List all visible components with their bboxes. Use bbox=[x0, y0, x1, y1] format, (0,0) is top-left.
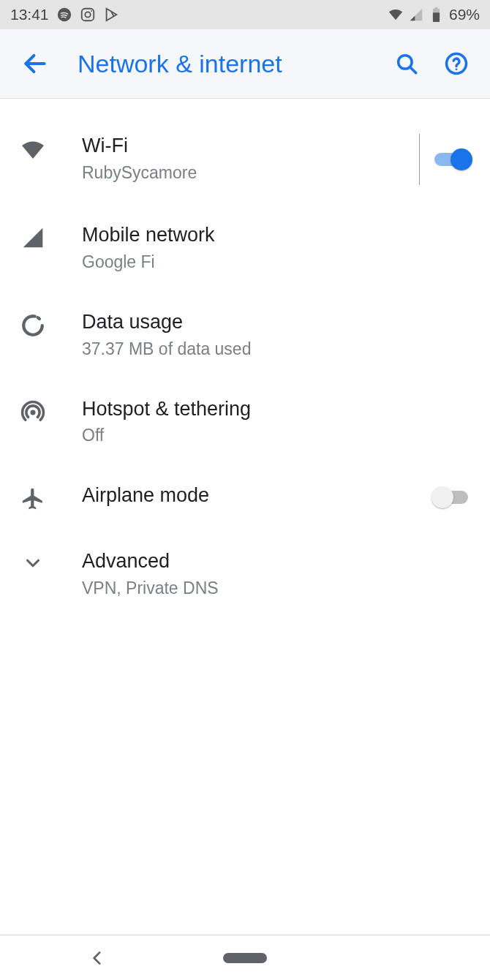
svg-rect-1 bbox=[81, 9, 94, 21]
mobile-subtitle: Google Fi bbox=[82, 252, 472, 272]
svg-rect-5 bbox=[435, 7, 438, 10]
app-bar-actions bbox=[392, 49, 471, 78]
help-button[interactable] bbox=[442, 49, 471, 78]
advanced-title: Advanced bbox=[82, 549, 472, 574]
airplane-icon bbox=[15, 486, 51, 511]
svg-point-10 bbox=[30, 410, 35, 415]
play-store-icon bbox=[103, 7, 119, 23]
hotspot-row[interactable]: Hotspot & tethering Off bbox=[0, 378, 490, 465]
wifi-title: Wi-Fi bbox=[82, 134, 413, 159]
data-usage-row[interactable]: Data usage 37.37 MB of data used bbox=[0, 291, 490, 378]
data-title: Data usage bbox=[82, 310, 472, 335]
status-right: 69% bbox=[388, 6, 480, 23]
back-button[interactable] bbox=[13, 42, 57, 86]
wifi-status-icon bbox=[388, 7, 404, 23]
status-left: 13:41 bbox=[10, 6, 119, 23]
wifi-subtitle: RubySycamore bbox=[82, 163, 413, 183]
data-subtitle: 37.37 MB of data used bbox=[82, 339, 472, 359]
page-title: Network & internet bbox=[57, 50, 392, 78]
spotify-icon bbox=[56, 7, 72, 23]
hotspot-subtitle: Off bbox=[82, 426, 472, 445]
battery-icon bbox=[429, 7, 445, 23]
status-bar: 13:41 69% bbox=[0, 0, 490, 29]
system-nav-bar bbox=[0, 935, 490, 980]
nav-home-pill[interactable] bbox=[223, 953, 267, 963]
data-usage-icon bbox=[15, 313, 51, 338]
svg-point-2 bbox=[85, 12, 90, 17]
airplane-row[interactable]: Airplane mode bbox=[0, 464, 490, 530]
svg-rect-6 bbox=[433, 12, 440, 22]
advanced-row[interactable]: Advanced VPN, Private DNS bbox=[0, 530, 490, 617]
mobile-title: Mobile network bbox=[82, 223, 472, 248]
nav-back-button[interactable] bbox=[88, 949, 107, 968]
advanced-subtitle: VPN, Private DNS bbox=[82, 578, 472, 598]
hotspot-title: Hotspot & tethering bbox=[82, 397, 472, 422]
cell-signal-icon bbox=[408, 7, 424, 23]
mobile-network-row[interactable]: Mobile network Google Fi bbox=[0, 204, 490, 291]
svg-point-9 bbox=[456, 68, 458, 70]
svg-point-3 bbox=[91, 10, 92, 12]
airplane-title: Airplane mode bbox=[82, 483, 434, 508]
wifi-toggle[interactable] bbox=[434, 148, 472, 170]
wifi-row[interactable]: Wi-Fi RubySycamore bbox=[0, 115, 490, 204]
hotspot-icon bbox=[15, 400, 51, 425]
battery-percentage: 69% bbox=[449, 6, 480, 23]
divider bbox=[419, 134, 420, 185]
wifi-icon bbox=[15, 137, 51, 163]
settings-list: Wi-Fi RubySycamore Mobile network Google… bbox=[0, 99, 490, 617]
app-bar: Network & internet bbox=[0, 29, 490, 99]
status-time: 13:41 bbox=[10, 6, 49, 23]
airplane-toggle[interactable] bbox=[434, 486, 472, 508]
search-button[interactable] bbox=[392, 49, 421, 78]
instagram-icon bbox=[80, 7, 96, 23]
chevron-down-icon bbox=[15, 552, 51, 574]
cell-signal-icon bbox=[15, 226, 51, 249]
